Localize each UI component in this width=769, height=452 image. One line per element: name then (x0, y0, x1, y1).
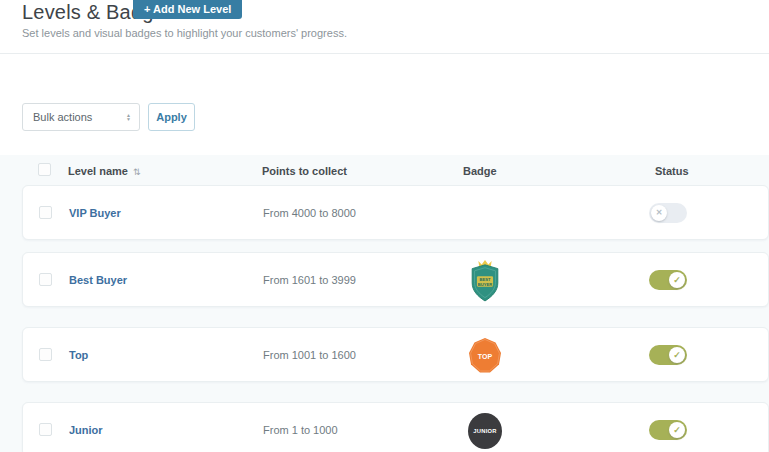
check-icon: ✓ (673, 276, 681, 285)
add-new-level-button[interactable]: + Add New Level (133, 0, 242, 19)
row-checkbox[interactable] (39, 348, 52, 361)
select-chevrons-icon: ▲ ▼ (126, 113, 131, 122)
column-header-level-name[interactable]: Level name⇅ (68, 165, 140, 177)
column-header-status: Status (655, 165, 689, 177)
select-all-checkbox[interactable] (38, 163, 51, 176)
points-range: From 1601 to 3999 (263, 274, 356, 286)
column-header-points: Points to collect (262, 165, 347, 177)
column-header-badge: Badge (463, 165, 497, 177)
level-name-link[interactable]: Best Buyer (69, 274, 127, 286)
bulk-actions-select[interactable]: Bulk actions ▲ ▼ (22, 103, 140, 131)
row-checkbox[interactable] (39, 206, 52, 219)
table-row: Best Buyer From 1601 to 3999 BEST BUYER … (22, 252, 769, 307)
toggle-knob: ✕ (651, 205, 667, 221)
levels-and-badges-page: Levels & Badges + Add New Level Set leve… (0, 0, 769, 452)
points-range: From 1001 to 1600 (263, 349, 356, 361)
level-name-link[interactable]: VIP Buyer (69, 207, 121, 219)
status-toggle-on[interactable]: ✓ (649, 420, 687, 440)
sort-icon[interactable]: ⇅ (133, 167, 141, 177)
status-toggle-on[interactable]: ✓ (649, 270, 687, 290)
svg-text:JUNIOR: JUNIOR (473, 428, 497, 434)
page-subtitle: Set levels and visual badges to highligh… (22, 27, 347, 39)
table-header-row: Level name⇅ Points to collect Badge Stat… (0, 162, 769, 180)
apply-button[interactable]: Apply (148, 103, 195, 131)
svg-text:TOP: TOP (478, 353, 493, 360)
best-buyer-shield-badge-icon: BEST BUYER (455, 257, 515, 305)
header-divider (0, 53, 769, 54)
svg-text:BUYER: BUYER (478, 282, 493, 287)
junior-circle-badge-icon: JUNIOR (455, 407, 515, 452)
table-row: Junior From 1 to 1000 JUNIOR ✓ (22, 402, 769, 452)
table-row: VIP Buyer From 4000 to 8000 ✕ (22, 185, 769, 240)
toggle-knob: ✓ (669, 272, 685, 288)
check-icon: ✓ (673, 351, 681, 360)
points-range: From 4000 to 8000 (263, 207, 356, 219)
status-toggle-off[interactable]: ✕ (649, 203, 687, 223)
x-icon: ✕ (656, 209, 663, 217)
row-checkbox[interactable] (39, 273, 52, 286)
check-icon: ✓ (673, 426, 681, 435)
level-name-link[interactable]: Top (69, 349, 88, 361)
level-name-link[interactable]: Junior (69, 424, 103, 436)
top-octagon-badge-icon: TOP (455, 332, 515, 380)
toggle-knob: ✓ (669, 347, 685, 363)
bulk-actions-selected-value: Bulk actions (33, 111, 92, 123)
row-checkbox[interactable] (39, 423, 52, 436)
status-toggle-on[interactable]: ✓ (649, 345, 687, 365)
table-row: Top From 1001 to 1600 TOP ✓ (22, 327, 769, 382)
points-range: From 1 to 1000 (263, 424, 338, 436)
toggle-knob: ✓ (669, 422, 685, 438)
